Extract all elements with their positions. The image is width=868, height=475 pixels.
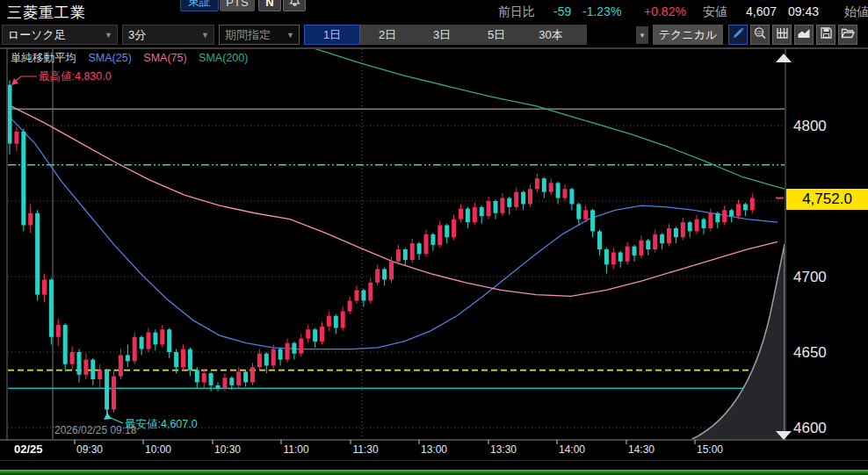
candle [653,234,657,249]
x-tick-label: 10:30 [214,443,241,456]
folder-icon [841,26,855,43]
news-button[interactable]: N [258,0,281,11]
board-grid-button[interactable] [772,25,792,45]
candle [618,252,623,261]
candle [160,329,164,344]
candle [417,243,422,254]
more-periods-dropdown[interactable]: ▼ [636,26,648,44]
draw-pencil-button[interactable] [728,25,748,45]
candle [473,207,477,222]
candle [681,222,685,237]
candle [521,192,525,205]
open-folder-button[interactable] [838,25,857,45]
candle [188,349,192,371]
save-button[interactable] [816,25,835,45]
candle [90,360,95,379]
chart-type-dropdown[interactable]: ローソク足 ▼ [2,25,118,45]
interval-dropdown[interactable]: 3分 ▼ [122,25,214,45]
stock-title: 三菱重工業 [7,3,86,23]
candle [722,210,727,222]
candle [119,355,123,376]
y-tick-label: 4700 [793,269,827,286]
candle [334,316,338,328]
dome-overlay [691,244,785,440]
candle [153,333,157,345]
candle [257,354,262,367]
candle [396,249,401,262]
candle [327,316,331,327]
candle [368,283,373,301]
candle [604,249,609,264]
legend-sma200: SMA(200) [199,52,248,64]
candle [507,198,511,207]
period-tab-strip: 1日 2日 3日 5日 30本 [304,25,587,45]
alert-bell-button[interactable] [283,0,306,11]
candle [542,178,546,191]
tab-30bars[interactable]: 30本 [524,25,578,45]
candle [341,312,345,328]
exchange-tab-tse[interactable]: 東証 [180,0,219,11]
candle [49,279,54,336]
candle [667,228,671,243]
candle [424,234,429,254]
high-annotation: 最高値:4,830.0 [39,69,112,84]
legend-title: 単純移動平均 [11,52,76,64]
chevron-down-icon: ▼ [105,31,112,40]
candle [480,207,484,216]
current-price-flag: 4,752.0 [786,189,868,210]
candle [500,198,504,213]
candle [389,262,394,280]
bell-icon [289,0,300,10]
candle [729,210,734,216]
candle [375,269,380,282]
candle [736,204,741,216]
candle [320,327,324,342]
candle [576,204,581,219]
candle [688,222,692,231]
x-tick-label: 14:00 [559,443,585,456]
candle [98,371,102,379]
candle [355,290,359,300]
low-arrow-icon [104,413,112,420]
candle [626,247,630,262]
candle [167,329,171,352]
axis-scroll-up-arrow[interactable] [776,54,792,62]
save-icon [820,26,833,43]
tab-1day[interactable]: 1日 [304,25,360,45]
chart-style-button[interactable] [794,25,814,45]
candle [702,220,706,228]
candle [403,249,408,260]
candle [590,210,595,231]
candle [306,329,310,338]
candle [646,241,650,249]
candle [459,209,463,220]
indicator-legend: 単純移動平均 SMA(25) SMA(75) SMA(200) [11,51,257,66]
tab-2day[interactable]: 2日 [360,25,415,45]
candle [597,231,602,249]
price-chart[interactable] [0,0,868,475]
change-percent: -1.23% [582,4,621,18]
legend-sma25: SMA(25) [88,52,131,64]
candle [313,329,317,342]
candle [77,352,82,375]
exchange-tab-pts[interactable]: PTS [220,0,255,11]
candle [660,234,664,243]
candle [583,210,588,219]
x-tick-label: 10:00 [145,443,171,456]
candle [639,241,643,255]
axis-scroll-down-arrow[interactable] [776,431,792,440]
value-search-button[interactable]: 123 [750,25,770,45]
candle [209,373,213,385]
candle [83,360,88,375]
candle [466,209,470,222]
candle [633,247,637,255]
period-select-dropdown[interactable]: 期間指定 ▼ [219,25,300,45]
y-tick-label: 4600 [793,420,827,437]
tab-3day[interactable]: 3日 [415,25,469,45]
x-tick-label: 09:30 [76,443,103,456]
candle [715,213,720,222]
candle [278,349,283,360]
technical-button[interactable]: テクニカル [653,25,723,45]
candle [382,269,387,279]
tab-5day[interactable]: 5日 [469,25,524,45]
